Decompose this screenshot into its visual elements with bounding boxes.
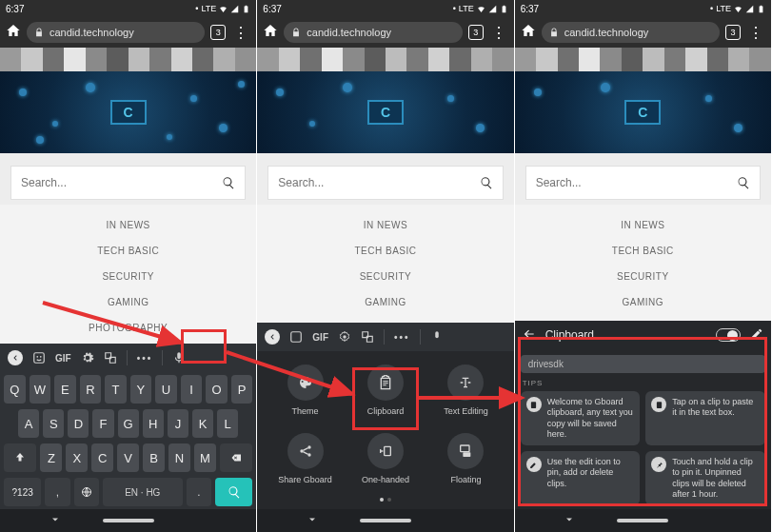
key[interactable]: P — [231, 375, 253, 404]
translate-icon[interactable] — [104, 351, 117, 365]
shift-key[interactable] — [4, 443, 36, 472]
tabs-button[interactable]: 3 — [725, 25, 741, 40]
key[interactable]: J — [168, 409, 188, 438]
key[interactable]: M — [194, 443, 216, 472]
key[interactable]: O — [206, 375, 228, 404]
more-icon[interactable]: ••• — [137, 353, 153, 364]
back-icon[interactable] — [523, 327, 536, 344]
nav-item[interactable]: TECH BASIC — [515, 238, 771, 264]
tile-floating[interactable]: Floating — [431, 433, 500, 484]
search-box[interactable] — [11, 167, 245, 199]
gif-button[interactable]: GIF — [312, 332, 328, 343]
chevron-down-icon[interactable] — [564, 512, 575, 529]
key[interactable]: Y — [130, 375, 152, 404]
gear-icon[interactable] — [81, 351, 94, 365]
key[interactable]: S — [43, 409, 64, 438]
tile-text-editing[interactable]: Text Editing — [431, 365, 500, 416]
clipboard-toggle[interactable] — [716, 328, 741, 342]
browser-menu-icon[interactable]: ⋮ — [489, 24, 508, 42]
search-icon[interactable] — [737, 176, 750, 189]
key[interactable]: A — [18, 409, 39, 438]
globe-key[interactable] — [74, 478, 99, 506]
key[interactable]: D — [68, 409, 89, 438]
url-bar[interactable]: candid.technology — [27, 22, 205, 43]
chevron-left-icon[interactable] — [265, 329, 280, 345]
key[interactable]: N — [168, 443, 190, 472]
home-icon[interactable] — [521, 23, 536, 42]
tile-share[interactable]: Share Gboard — [271, 433, 340, 484]
key[interactable]: K — [192, 409, 213, 438]
tile-one-handed[interactable]: One-handed — [351, 433, 420, 484]
search-input[interactable] — [536, 176, 737, 189]
url-bar[interactable]: candid.technology — [284, 22, 462, 43]
nav-item[interactable]: IN NEWS — [257, 212, 513, 238]
num-key[interactable]: ?123 — [4, 478, 41, 506]
home-pill[interactable] — [617, 519, 668, 522]
sticker-icon[interactable] — [289, 330, 303, 344]
tile-theme[interactable]: Theme — [271, 365, 340, 416]
search-input[interactable] — [21, 176, 222, 189]
key[interactable]: R — [80, 375, 102, 404]
more-icon[interactable]: ••• — [394, 332, 410, 343]
gear-icon[interactable] — [338, 330, 351, 344]
key[interactable]: U — [155, 375, 177, 404]
tip-card[interactable]: Use the edit icon to pin, add or delete … — [521, 451, 641, 505]
nav-item[interactable]: SECURITY — [515, 264, 771, 289]
key[interactable]: T — [105, 375, 127, 404]
home-icon[interactable] — [263, 23, 278, 42]
home-pill[interactable] — [103, 519, 154, 522]
chevron-down-icon[interactable] — [49, 512, 61, 529]
tip-card[interactable]: Tap on a clip to paste it in the text bo… — [645, 391, 765, 445]
search-box[interactable] — [268, 167, 502, 199]
comma-key[interactable]: , — [45, 478, 69, 506]
clipboard-clip[interactable]: drivesdk — [521, 355, 765, 373]
tabs-button[interactable]: 3 — [210, 25, 226, 40]
key[interactable]: E — [54, 375, 76, 404]
nav-item[interactable]: TECH BASIC — [257, 238, 513, 264]
nav-item[interactable]: TECH BASIC — [0, 238, 256, 264]
nav-item[interactable]: SECURITY — [0, 264, 256, 289]
key[interactable]: H — [143, 409, 164, 438]
edit-icon[interactable] — [750, 327, 763, 344]
key[interactable]: I — [181, 375, 203, 404]
key[interactable]: V — [117, 443, 139, 472]
nav-item[interactable]: GAMING — [515, 289, 771, 315]
home-pill[interactable] — [360, 519, 411, 522]
nav-item[interactable]: GAMING — [257, 289, 513, 315]
browser-menu-icon[interactable]: ⋮ — [746, 24, 765, 42]
key[interactable]: C — [91, 443, 113, 472]
key[interactable]: Z — [40, 443, 62, 472]
key[interactable]: W — [30, 375, 51, 404]
translate-icon[interactable] — [361, 330, 374, 344]
url-bar[interactable]: candid.technology — [542, 22, 720, 43]
tile-clipboard[interactable]: Clipboard — [351, 365, 420, 416]
search-box[interactable] — [526, 167, 760, 199]
search-key[interactable] — [215, 478, 252, 506]
tip-card[interactable]: Touch and hold a clip to pin it. Unpinne… — [645, 451, 765, 505]
sticker-icon[interactable] — [32, 351, 46, 365]
key[interactable]: Q — [4, 375, 26, 404]
backspace-key[interactable] — [220, 443, 252, 472]
browser-menu-icon[interactable]: ⋮ — [231, 24, 250, 42]
home-icon[interactable] — [6, 23, 21, 42]
nav-item[interactable]: GAMING — [0, 289, 256, 315]
chevron-left-icon[interactable] — [8, 350, 23, 365]
period-key[interactable]: . — [187, 478, 211, 506]
gif-button[interactable]: GIF — [55, 353, 71, 364]
search-icon[interactable] — [480, 176, 493, 189]
key[interactable]: G — [118, 409, 139, 438]
chevron-down-icon[interactable] — [307, 512, 318, 529]
tip-card[interactable]: Welcome to Gboard clipboard, any text yo… — [521, 391, 641, 445]
nav-item[interactable]: SECURITY — [257, 264, 513, 289]
search-input[interactable] — [278, 176, 479, 189]
key[interactable]: X — [66, 443, 88, 472]
search-icon[interactable] — [222, 176, 235, 189]
tabs-button[interactable]: 3 — [468, 25, 484, 40]
nav-item[interactable]: PHOTOGRAPHY — [0, 315, 256, 341]
key[interactable]: B — [143, 443, 165, 472]
mic-icon[interactable] — [430, 330, 444, 344]
nav-item[interactable]: IN NEWS — [515, 212, 771, 238]
key[interactable]: F — [92, 409, 113, 438]
nav-item[interactable]: IN NEWS — [0, 212, 256, 238]
key[interactable]: L — [217, 409, 238, 438]
